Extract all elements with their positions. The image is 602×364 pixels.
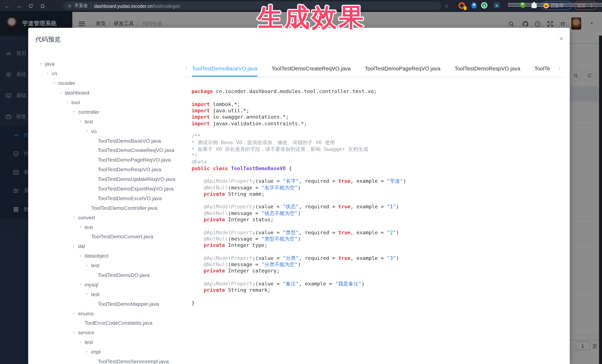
tree-file[interactable]: ToolTestDemoExportReqVO.java bbox=[40, 184, 185, 194]
tabs-scroll-right-icon[interactable]: › bbox=[559, 65, 560, 71]
tree-folder[interactable]: ▾dashboard bbox=[40, 88, 185, 97]
tree-file[interactable]: ToolTestDemoRespVO.java bbox=[40, 165, 185, 174]
code-editor[interactable]: package cn.iocoder.dashboard.modules.too… bbox=[192, 88, 562, 306]
tree-caret-icon[interactable]: ▾ bbox=[60, 91, 65, 94]
tree-node-label: ToolTestDemoExportReqVO.java bbox=[98, 186, 174, 192]
page-scrollbar[interactable] bbox=[599, 36, 602, 364]
extension-diamond-icon[interactable]: ◆ bbox=[494, 2, 500, 9]
tree-folder[interactable]: ▾tool bbox=[40, 97, 185, 107]
tree-caret-icon[interactable]: ▾ bbox=[67, 101, 71, 104]
tab-file-5[interactable]: ToolTe bbox=[535, 60, 550, 77]
tab-file-3[interactable]: ToolTestDemoPageReqVO.java bbox=[365, 60, 441, 77]
tree-folder[interactable]: ▾test bbox=[40, 117, 185, 126]
code-line: import io.swagger.annotations.*; bbox=[192, 114, 562, 120]
address-bar[interactable]: ⚠ 不安全 dashboard.yudao.iocoder.cn/tool/co… bbox=[63, 1, 441, 10]
tree-caret-icon[interactable]: ▾ bbox=[86, 293, 91, 296]
tab-file-2[interactable]: ToolTestDemoCreateReqVO.java bbox=[271, 60, 351, 77]
tree-caret-icon[interactable]: ▾ bbox=[73, 110, 78, 114]
security-label[interactable]: 不安全 bbox=[75, 3, 88, 9]
extension-green-icon[interactable]: y bbox=[481, 2, 488, 9]
extension-leaf-icon[interactable] bbox=[519, 2, 526, 9]
forward-icon[interactable]: → bbox=[14, 0, 24, 11]
tree-caret-icon[interactable]: ▾ bbox=[80, 225, 85, 229]
tree-folder[interactable]: ▾test bbox=[40, 290, 185, 299]
code-line bbox=[192, 127, 562, 133]
tree-file[interactable]: ToolTestDemoConvert.java bbox=[40, 232, 185, 241]
tree-caret-icon[interactable]: ▾ bbox=[73, 312, 78, 315]
tree-folder[interactable]: ▾enums bbox=[40, 309, 185, 318]
tree-caret-icon[interactable]: ▾ bbox=[47, 72, 52, 75]
code-line bbox=[192, 293, 562, 300]
tree-file[interactable]: ToolTestDemoDO.java bbox=[40, 270, 185, 280]
tree-node-label: iocoder bbox=[58, 80, 75, 86]
tree-caret-icon[interactable]: ▾ bbox=[80, 283, 85, 286]
back-icon[interactable]: ← bbox=[2, 0, 12, 11]
tabs-scroll-left-icon[interactable]: ‹ bbox=[185, 65, 187, 71]
tree-file[interactable]: ToolTestDemoMapper.java bbox=[40, 299, 185, 309]
tree-folder[interactable]: ▾test bbox=[40, 222, 185, 232]
tree-caret-icon[interactable]: ▾ bbox=[73, 245, 78, 248]
code-line: } bbox=[192, 300, 562, 306]
tree-folder[interactable]: ▾java bbox=[40, 59, 185, 69]
address-divider bbox=[91, 3, 91, 8]
tree-file[interactable]: ToolTestDemoPageReqVO.java bbox=[40, 155, 185, 165]
tree-folder[interactable]: ▾dal bbox=[40, 241, 185, 251]
tree-file[interactable]: ToolTestDemoExcelVO.java bbox=[40, 194, 185, 203]
tab-file-4[interactable]: ToolTestDemoRespVO.java bbox=[455, 60, 520, 77]
home-icon[interactable] bbox=[38, 0, 47, 11]
code-line: */ bbox=[192, 152, 562, 159]
tree-folder[interactable]: ▾impl bbox=[40, 347, 185, 357]
tree-file[interactable]: ToolTestDemoServiceImpl.java bbox=[40, 357, 185, 364]
code-line: private Integer status; bbox=[192, 217, 562, 223]
tree-node-label: convert bbox=[78, 214, 95, 220]
update-browser-button[interactable]: 更新 ⋮ bbox=[574, 1, 597, 10]
extensions-puzzle-icon[interactable] bbox=[531, 2, 538, 9]
close-icon[interactable]: × bbox=[559, 35, 563, 42]
tree-file[interactable]: ToolTestDemoCreateReqVO.java bbox=[40, 146, 185, 155]
tree-node-label: test bbox=[85, 119, 93, 125]
tree-folder[interactable]: ▾dataobject bbox=[40, 251, 185, 261]
tree-caret-icon[interactable]: ▾ bbox=[40, 62, 45, 66]
code-line bbox=[192, 274, 562, 281]
tree-folder[interactable]: ▾vo bbox=[40, 126, 185, 136]
tree-folder[interactable]: ▾controller bbox=[40, 107, 185, 117]
tree-file[interactable]: ToolTestDemoController.java bbox=[40, 203, 185, 213]
tree-file[interactable]: ToolTestDemoUpdateReqVO.java bbox=[40, 174, 185, 184]
tree-folder[interactable]: ▾test bbox=[40, 337, 185, 347]
reload-icon[interactable] bbox=[26, 0, 36, 11]
url-host[interactable]: dashboard.yudao.iocoder.cn bbox=[94, 3, 152, 9]
bookmark-star-icon[interactable]: ☆ bbox=[444, 0, 449, 11]
tree-node-label: java bbox=[45, 61, 54, 67]
tree-node-label: service bbox=[78, 330, 95, 336]
code-line: @ApiModelProperty(value = "类型", required… bbox=[192, 229, 562, 236]
code-line: private String remark; bbox=[192, 287, 562, 294]
tree-file[interactable]: ToolTestDemoBaseVO.java bbox=[40, 136, 185, 146]
code-line: @Data bbox=[192, 159, 562, 165]
extension-pin-icon[interactable] bbox=[471, 2, 477, 9]
tree-caret-icon[interactable]: ▾ bbox=[86, 264, 91, 267]
tree-caret-icon[interactable]: ▾ bbox=[80, 120, 85, 123]
tree-folder[interactable]: ▾iocoder bbox=[40, 78, 185, 88]
tree-folder[interactable]: ▾convert bbox=[40, 213, 185, 222]
extension-orange-icon[interactable]: 1 bbox=[458, 2, 465, 9]
code-line: @NotNull(message = "状态不能为空") bbox=[192, 210, 562, 217]
tree-folder[interactable]: ▾service bbox=[40, 328, 185, 337]
tree-caret-icon[interactable]: ▾ bbox=[80, 254, 85, 258]
tree-caret-icon[interactable]: ▾ bbox=[80, 341, 85, 344]
menu-dots-icon[interactable]: ⋮ bbox=[589, 3, 594, 8]
tab-file-1[interactable]: ToolTestDemoBaseVO.java bbox=[192, 60, 258, 77]
tree-file[interactable]: ToolErrorCodeConstants.java bbox=[40, 318, 185, 328]
tree-node-label: cn bbox=[52, 71, 57, 77]
tree-caret-icon[interactable]: ▾ bbox=[86, 350, 91, 354]
tree-caret-icon[interactable]: ▾ bbox=[54, 81, 58, 85]
tree-folder[interactable]: ▾cn bbox=[40, 69, 185, 78]
tree-node-label: enums bbox=[78, 311, 94, 316]
code-line: @ApiModelProperty(value = "状态", required… bbox=[192, 204, 562, 210]
tree-caret-icon[interactable]: ▾ bbox=[73, 216, 78, 219]
tree-caret-icon[interactable]: ▾ bbox=[86, 129, 91, 133]
paused-extension-pill[interactable]: 已暂停 bbox=[541, 1, 572, 10]
url-path[interactable]: /tool/codegen bbox=[152, 3, 180, 9]
tree-folder[interactable]: ▾test bbox=[40, 260, 185, 270]
tree-folder[interactable]: ▾mysql bbox=[40, 280, 185, 290]
tree-caret-icon[interactable]: ▾ bbox=[73, 331, 78, 334]
